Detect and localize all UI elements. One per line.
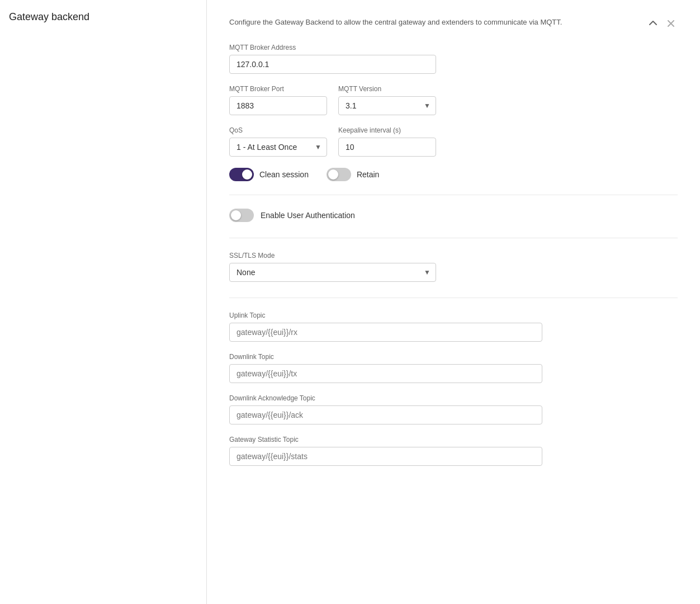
retain-toggle-item: Retain — [327, 168, 379, 181]
downlink-ack-topic-label: Downlink Acknowledge Topic — [229, 394, 678, 402]
mqtt-version-label: MQTT Version — [338, 85, 436, 93]
uplink-topic-input[interactable] — [229, 323, 542, 342]
topic-section: Uplink Topic Downlink Topic Downlink Ack… — [229, 312, 678, 466]
gateway-stat-topic-label: Gateway Statistic Topic — [229, 436, 678, 443]
collapse-button[interactable] — [646, 18, 660, 29]
mqtt-broker-port-col: MQTT Broker Port — [229, 85, 327, 115]
chevron-up-icon — [649, 19, 658, 28]
clean-session-label: Clean session — [259, 170, 309, 179]
ssl-tls-select[interactable]: None CA signed server certificate Self-s… — [229, 263, 436, 282]
enable-auth-row: Enable User Authentication — [229, 209, 678, 222]
mqtt-version-select-wrapper: 3.1 3.1.1 5.0 ▼ — [338, 96, 436, 115]
close-icon — [668, 20, 674, 27]
mqtt-broker-address-group: MQTT Broker Address — [229, 44, 678, 74]
retain-thumb — [328, 169, 338, 180]
mqtt-broker-port-label: MQTT Broker Port — [229, 85, 327, 93]
downlink-topic-group: Downlink Topic — [229, 353, 678, 383]
uplink-topic-label: Uplink Topic — [229, 312, 678, 319]
keepalive-col: Keepalive interval (s) — [338, 126, 436, 157]
downlink-ack-topic-group: Downlink Acknowledge Topic — [229, 394, 678, 424]
port-version-row: MQTT Broker Port MQTT Version 3.1 3.1.1 … — [229, 85, 678, 115]
keepalive-label: Keepalive interval (s) — [338, 126, 436, 134]
clean-session-toggle-item: Clean session — [229, 168, 309, 181]
gateway-stat-topic-group: Gateway Statistic Topic — [229, 436, 678, 466]
divider-1 — [229, 195, 678, 195]
ssl-tls-group: SSL/TLS Mode None CA signed server certi… — [229, 252, 678, 282]
qos-col: QoS 0 - At Most Once 1 - At Least Once 2… — [229, 126, 327, 157]
close-button[interactable] — [664, 17, 678, 30]
ssl-tls-select-wrapper: None CA signed server certificate Self-s… — [229, 263, 436, 282]
sidebar-title: Gateway backend — [9, 11, 89, 22]
enable-auth-label: Enable User Authentication — [261, 211, 355, 220]
retain-toggle[interactable] — [327, 168, 351, 181]
enable-auth-toggle[interactable] — [229, 209, 254, 222]
mqtt-version-select[interactable]: 3.1 3.1.1 5.0 — [338, 96, 436, 115]
downlink-ack-topic-input[interactable] — [229, 405, 542, 424]
section-controls — [646, 17, 678, 30]
divider-3 — [229, 298, 678, 298]
qos-label: QoS — [229, 126, 327, 134]
divider-2 — [229, 238, 678, 238]
uplink-topic-group: Uplink Topic — [229, 312, 678, 342]
mqtt-version-col: MQTT Version 3.1 3.1.1 5.0 ▼ — [338, 85, 436, 115]
gateway-stat-topic-input[interactable] — [229, 447, 542, 466]
ssl-tls-label: SSL/TLS Mode — [229, 252, 678, 259]
retain-label: Retain — [357, 170, 379, 179]
main-content: Configure the Gateway Backend to allow t… — [207, 0, 700, 604]
clean-session-toggle[interactable] — [229, 168, 254, 181]
mqtt-broker-port-input[interactable] — [229, 96, 327, 115]
downlink-topic-label: Downlink Topic — [229, 353, 678, 361]
section-description: Configure the Gateway Backend to allow t… — [229, 17, 562, 28]
toggle-row: Clean session Retain — [229, 168, 678, 181]
qos-select-wrapper: 0 - At Most Once 1 - At Least Once 2 - E… — [229, 138, 327, 157]
downlink-topic-input[interactable] — [229, 364, 542, 383]
clean-session-thumb — [242, 169, 252, 180]
section-header: Configure the Gateway Backend to allow t… — [229, 17, 678, 30]
qos-select[interactable]: 0 - At Most Once 1 - At Least Once 2 - E… — [229, 138, 327, 157]
qos-keepalive-row: QoS 0 - At Most Once 1 - At Least Once 2… — [229, 126, 678, 157]
enable-auth-thumb — [231, 210, 241, 220]
keepalive-input[interactable] — [338, 138, 436, 157]
mqtt-broker-address-label: MQTT Broker Address — [229, 44, 678, 51]
sidebar: Gateway backend — [0, 0, 207, 604]
mqtt-broker-address-input[interactable] — [229, 55, 436, 74]
